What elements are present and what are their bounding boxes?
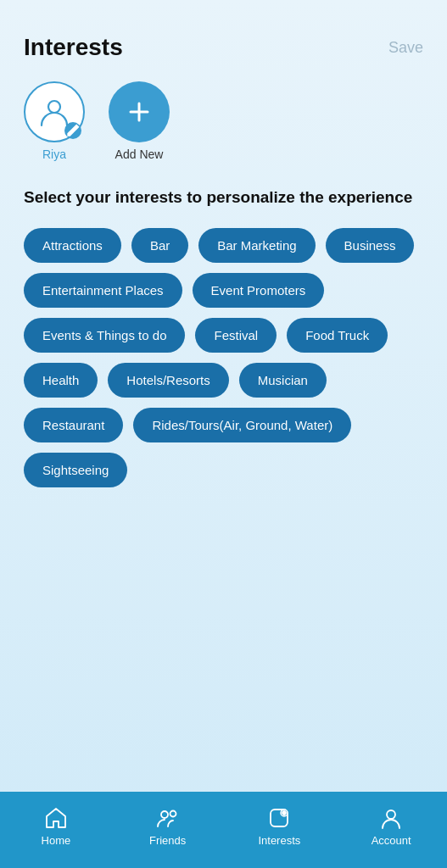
main-content: Interests Save Riya [0, 0, 447, 868]
tag-event_promoters[interactable]: Event Promoters [193, 273, 325, 308]
tag-attractions[interactable]: Attractions [24, 228, 121, 263]
nav-label-account: Account [372, 834, 411, 847]
tag-sightseeing[interactable]: Sightseeing [24, 453, 127, 487]
tags-container: AttractionsBarBar MarketingBusinessEnter… [24, 228, 423, 487]
edit-badge [64, 122, 81, 139]
tag-business[interactable]: Business [326, 228, 415, 263]
nav-label-home: Home [42, 834, 71, 847]
tag-food_truck[interactable]: Food Truck [287, 318, 388, 353]
nav-item-friends[interactable]: Friends [112, 805, 224, 847]
add-avatar [109, 81, 170, 142]
interests-icon [266, 805, 292, 831]
tag-musician[interactable]: Musician [239, 363, 327, 398]
add-new-label: Add New [115, 147, 164, 161]
profiles-row: Riya Add New [24, 81, 423, 161]
svg-point-8 [387, 810, 395, 819]
nav-item-interests[interactable]: Interests [224, 805, 336, 847]
friends-icon [155, 805, 181, 831]
svg-point-7 [282, 811, 286, 815]
avatar [24, 81, 85, 142]
profile-name: Riya [42, 147, 66, 161]
tag-hotels_resorts[interactable]: Hotels/Resorts [108, 363, 228, 398]
tag-restaurant[interactable]: Restaurant [24, 408, 123, 442]
tag-festival[interactable]: Festival [195, 318, 277, 353]
account-icon [378, 805, 404, 831]
tag-bar[interactable]: Bar [131, 228, 188, 263]
nav-item-account[interactable]: Account [335, 805, 447, 847]
tag-events_things[interactable]: Events & Things to do [24, 318, 185, 353]
nav-label-interests: Interests [258, 834, 300, 847]
home-icon [43, 805, 69, 831]
profile-riya[interactable]: Riya [24, 81, 85, 161]
pencil-icon [64, 114, 81, 147]
add-new-profile[interactable]: Add New [109, 81, 170, 161]
save-button[interactable]: Save [388, 39, 423, 57]
svg-point-0 [48, 101, 60, 113]
bottom-nav: Home Friends Interests [0, 792, 447, 868]
tag-entertainment_places[interactable]: Entertainment Places [24, 273, 182, 308]
select-interests-text: Select your interests to personalize the… [24, 186, 423, 209]
tag-rides_tours[interactable]: Rides/Tours(Air, Ground, Water) [133, 408, 351, 442]
svg-point-3 [161, 811, 168, 818]
header: Interests Save [24, 34, 423, 61]
page-title: Interests [24, 34, 123, 61]
plus-icon [126, 98, 153, 125]
nav-item-home[interactable]: Home [0, 805, 112, 847]
tag-bar_marketing[interactable]: Bar Marketing [198, 228, 315, 263]
tag-health[interactable]: Health [24, 363, 98, 398]
nav-label-friends: Friends [149, 834, 186, 847]
svg-point-4 [170, 810, 176, 816]
